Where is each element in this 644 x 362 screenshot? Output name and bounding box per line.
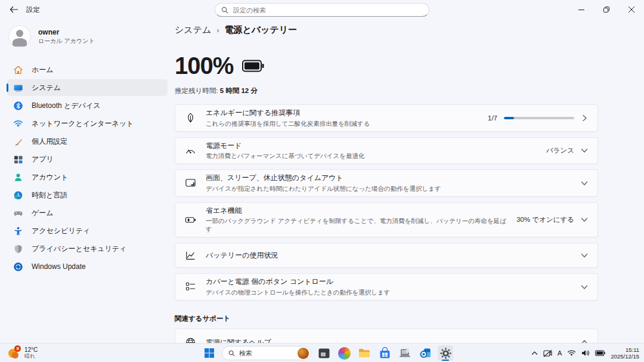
widgets-button[interactable]: 9 12°C 晴れ bbox=[2, 344, 42, 362]
weather-icon: 9 bbox=[7, 346, 20, 360]
sidebar: owner ローカル アカウント ホーム システム Bluetooth とデバイ… bbox=[0, 19, 175, 343]
sidebar-item-personalization[interactable]: 個人用設定 bbox=[7, 133, 168, 150]
copilot-icon bbox=[338, 347, 351, 360]
taskbar-app-outlook[interactable] bbox=[417, 345, 433, 361]
taskbar-app-copilot[interactable] bbox=[336, 345, 352, 361]
taskbar-search-label: 検索 bbox=[239, 349, 293, 358]
settings-gear-icon bbox=[439, 347, 452, 360]
windows-update-icon bbox=[13, 262, 23, 272]
search-input[interactable] bbox=[233, 7, 423, 14]
lid-power-controls-icon bbox=[185, 281, 196, 292]
network-wifi-icon bbox=[13, 119, 23, 129]
settings-search-box[interactable] bbox=[215, 3, 429, 17]
volume-icon[interactable] bbox=[581, 349, 590, 357]
taskbar-app-settings[interactable] bbox=[438, 345, 453, 361]
taskbar-app-laptop[interactable] bbox=[397, 345, 413, 361]
card-power-mode[interactable]: 電源モード 電力消費とパフォーマンスに基づいてデバイスを最適化 バランス bbox=[175, 137, 598, 165]
chevron-right-icon bbox=[581, 115, 588, 122]
close-button[interactable] bbox=[619, 0, 644, 19]
sidebar-item-apps[interactable]: アプリ bbox=[7, 151, 168, 168]
sidebar-item-home[interactable]: ホーム bbox=[7, 61, 168, 78]
sidebar-nav: ホーム システム Bluetooth とデバイス ネットワークとインターネット … bbox=[0, 61, 175, 276]
clock-time: 15:11 bbox=[611, 346, 639, 354]
titlebar: 設定 bbox=[0, 0, 644, 19]
wifi-icon[interactable] bbox=[567, 349, 576, 357]
card-title: エネルギーに関する推奨事項 bbox=[206, 108, 478, 118]
outlook-icon bbox=[419, 347, 432, 360]
window-controls bbox=[569, 0, 644, 19]
weather-temperature: 12°C bbox=[24, 346, 38, 353]
screen-sleep-icon bbox=[185, 177, 196, 188]
card-subtitle: これらの推奨事項を採用して二酸化炭素排出量を削減する bbox=[206, 120, 478, 128]
sidebar-item-gaming[interactable]: ゲーム bbox=[7, 205, 168, 221]
breadcrumb-separator: › bbox=[216, 26, 219, 35]
taskbar: 9 12°C 晴れ 検索 bbox=[0, 343, 644, 362]
restore-button[interactable] bbox=[594, 0, 619, 19]
tray-chevron-up-icon[interactable] bbox=[531, 351, 538, 355]
sidebar-item-bluetooth-devices[interactable]: Bluetooth とデバイス bbox=[7, 97, 168, 114]
recommendation-count: 1/7 bbox=[488, 115, 497, 122]
laptop-app-icon bbox=[398, 346, 411, 360]
battery-percent: 100% bbox=[175, 52, 233, 79]
microsoft-store-icon bbox=[379, 347, 391, 360]
battery-estimate-label: 推定残り時間: bbox=[175, 87, 218, 94]
breadcrumb-system-link[interactable]: システム bbox=[175, 24, 211, 36]
page-title: 電源とバッテリー bbox=[224, 24, 297, 36]
sidebar-item-system[interactable]: システム bbox=[7, 79, 168, 96]
chevron-down-icon bbox=[581, 283, 588, 290]
sidebar-item-network-internet[interactable]: ネットワークとインターネット bbox=[7, 115, 168, 132]
dark-app-icon bbox=[318, 347, 330, 360]
sidebar-item-accessibility[interactable]: アクセシビリティ bbox=[7, 222, 168, 239]
card-energy-recommendations[interactable]: エネルギーに関する推奨事項 これらの推奨事項を採用して二酸化炭素排出量を削減する… bbox=[175, 104, 598, 132]
start-button[interactable] bbox=[202, 345, 217, 361]
sidebar-item-time-language[interactable]: 時刻と言語 bbox=[7, 187, 168, 203]
card-battery-usage[interactable]: バッテリーの使用状況 bbox=[175, 243, 598, 268]
search-highlight-image bbox=[298, 348, 309, 359]
system-icon bbox=[13, 83, 23, 93]
ime-indicator[interactable]: A bbox=[558, 349, 562, 357]
search-icon bbox=[228, 350, 235, 357]
sidebar-item-label: ネットワークとインターネット bbox=[32, 119, 134, 129]
camera-off-icon[interactable] bbox=[543, 349, 552, 357]
sidebar-item-privacy-security[interactable]: プライバシーとセキュリティ bbox=[7, 240, 168, 257]
card-energy-saver[interactable]: 省エネ機能 一部のバックグラウンド アクティビティを制限することで、電力消費を削… bbox=[175, 202, 598, 238]
sidebar-item-label: アプリ bbox=[32, 154, 54, 165]
clock-date: 2025/12/15 bbox=[611, 353, 639, 360]
related-support-heading: 関連するサポート bbox=[175, 314, 644, 323]
chevron-down-icon bbox=[581, 180, 588, 187]
tray-battery-icon[interactable] bbox=[595, 350, 605, 356]
bluetooth-icon bbox=[13, 101, 23, 111]
card-subtitle: 一部のバックグラウンド アクティビティを制限することで、電力消費を削減し、バッテ… bbox=[206, 217, 507, 234]
taskbar-app-file-explorer[interactable] bbox=[357, 345, 372, 361]
settings-card-list: エネルギーに関する推奨事項 これらの推奨事項を採用して二酸化炭素排出量を削減する… bbox=[175, 104, 598, 301]
gaming-gamepad-icon bbox=[13, 208, 23, 218]
user-account-type: ローカル アカウント bbox=[38, 37, 95, 45]
taskbar-search-box[interactable]: 検索 bbox=[222, 346, 311, 360]
taskbar-center: 検索 bbox=[202, 344, 453, 362]
card-lid-power-button-controls[interactable]: カバーと電源 個のボタン コントロール デバイスの物理コントロールを操作したとき… bbox=[175, 273, 598, 301]
main-content: システム › 電源とバッテリー 100% 推定残り時間: 5 時間 12 分 エ… bbox=[175, 19, 644, 343]
card-screen-sleep-timeouts[interactable]: 画面、スリープ、休止状態のタイムアウト デバイスが指定された時間にわたりアイドル… bbox=[175, 169, 598, 197]
taskbar-clock[interactable]: 15:11 2025/12/15 bbox=[611, 346, 639, 360]
widgets-notification-badge: 9 bbox=[14, 345, 21, 352]
chevron-down-icon bbox=[581, 252, 588, 259]
taskbar-app-dark[interactable] bbox=[316, 345, 332, 361]
card-title: 画面、スリープ、休止状態のタイムアウト bbox=[206, 173, 571, 183]
windows-logo-icon bbox=[204, 348, 215, 358]
battery-usage-chart-icon bbox=[185, 250, 196, 261]
search-icon bbox=[221, 7, 228, 14]
sidebar-item-accounts[interactable]: アカウント bbox=[7, 169, 168, 185]
energy-saver-value: 30% でオンにする bbox=[516, 215, 574, 224]
recommendation-progress-bar bbox=[504, 117, 574, 119]
chevron-down-icon bbox=[581, 147, 588, 154]
sidebar-item-windows-update[interactable]: Windows Update bbox=[7, 258, 168, 275]
sidebar-item-label: システム bbox=[32, 83, 61, 93]
taskbar-app-microsoft-store[interactable] bbox=[377, 345, 392, 361]
chevron-down-icon bbox=[581, 216, 588, 223]
accessibility-person-icon bbox=[13, 226, 23, 236]
power-mode-value: バランス bbox=[546, 146, 574, 155]
minimize-button[interactable] bbox=[569, 0, 594, 19]
sidebar-item-label: Windows Update bbox=[32, 262, 86, 271]
back-button[interactable] bbox=[5, 2, 23, 17]
avatar bbox=[8, 25, 31, 48]
